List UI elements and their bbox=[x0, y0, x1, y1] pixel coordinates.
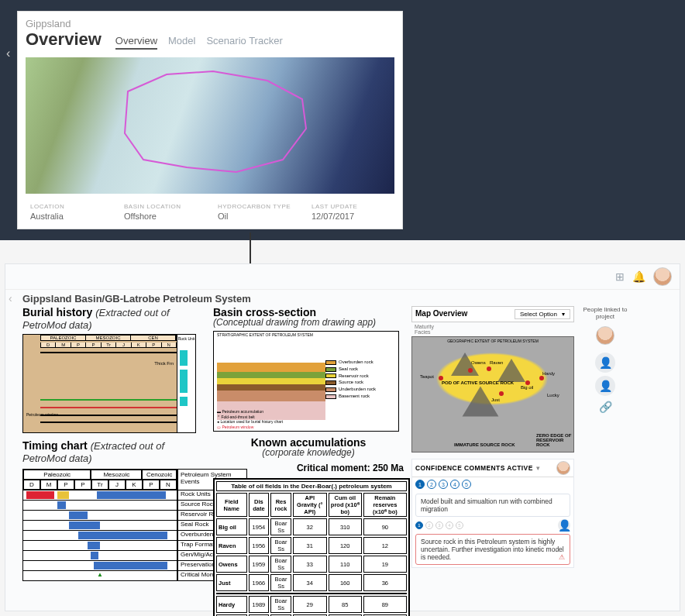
era: CEN bbox=[131, 336, 176, 340]
user-placeholder-icon[interactable]: 👤 bbox=[558, 519, 570, 532]
table-cell: 160 bbox=[329, 574, 362, 591]
era: PALEOZOIC bbox=[41, 336, 86, 340]
meta-label: Basin location bbox=[124, 203, 202, 210]
pod-label: POD OF ACTIVE SOURCE ROCK bbox=[442, 380, 514, 385]
era-scale: PALEOZOIC MESOZOIC CEN bbox=[40, 335, 177, 341]
col-header: Dis date bbox=[249, 493, 270, 517]
confidence-dot[interactable]: 5 bbox=[456, 521, 463, 529]
basin-map[interactable] bbox=[26, 57, 394, 194]
chevron-down-icon[interactable]: ▾ bbox=[536, 464, 540, 472]
field-label: Hardy bbox=[542, 371, 555, 376]
col-header: Remain reserves (x10⁶ bo) bbox=[363, 493, 407, 517]
confidence-dot[interactable]: 5 bbox=[462, 480, 471, 489]
meta-label: Last update bbox=[312, 203, 390, 210]
known-acc-sub: (corporate knowledge) bbox=[213, 447, 404, 458]
table-cell: 310 bbox=[329, 518, 362, 535]
tab-overview[interactable]: Overview bbox=[115, 33, 157, 50]
period: Tr bbox=[102, 342, 116, 347]
map-overview-canvas[interactable]: GEOGRAPHIC EXTENT OF PETROLEUM SYSTEM Te… bbox=[411, 336, 574, 453]
cross-section-diagram[interactable]: STRATIGRAPHIC EXTENT OF PETROLEUM SYSTEM… bbox=[213, 331, 399, 432]
table-cell: 12 bbox=[363, 537, 407, 554]
table-row: Big oil1954Boar Ss3231090 bbox=[216, 518, 407, 535]
table-cell: 1959 bbox=[249, 556, 270, 573]
table-row: Hardy1989Boar Ss298589 bbox=[216, 596, 407, 613]
tab-bar: Overview Model Scenario Tracker bbox=[115, 33, 283, 50]
avatar[interactable] bbox=[653, 267, 672, 286]
user-placeholder-icon[interactable]: 👤 bbox=[595, 376, 615, 396]
chevron-left-icon[interactable]: ‹ bbox=[9, 292, 12, 305]
confidence-dot[interactable]: 2 bbox=[427, 480, 436, 489]
link-icon[interactable]: 🔗 bbox=[580, 401, 630, 413]
warning-icon: ⚠ bbox=[559, 553, 565, 561]
cs-legend: Overburden rock Seal rock Reservoir rock… bbox=[325, 360, 397, 401]
confidence-dot[interactable]: 2 bbox=[425, 521, 433, 529]
people-panel: People linked to project 👤 👤 🔗 bbox=[580, 306, 630, 616]
period: D bbox=[41, 342, 56, 347]
field-label: Teapot bbox=[420, 374, 434, 379]
avatar[interactable] bbox=[596, 326, 614, 345]
table-cell: 110 bbox=[329, 556, 362, 573]
confidence-dot[interactable]: 4 bbox=[446, 521, 453, 529]
legend-label: Reservoir rock bbox=[339, 373, 369, 380]
tab-model[interactable]: Model bbox=[168, 33, 195, 50]
line-legend: Fold-and-thrust belt bbox=[221, 415, 254, 419]
select-text: Select Option bbox=[520, 311, 557, 318]
table-cell: 31 bbox=[293, 537, 327, 554]
heading-text: Timing chart bbox=[22, 439, 88, 452]
breadcrumb: Gippsland bbox=[18, 12, 402, 29]
confidence-dot[interactable]: 3 bbox=[439, 480, 448, 489]
table-cell: 85 bbox=[329, 596, 362, 613]
col-header: Res rock bbox=[270, 493, 291, 517]
period: P bbox=[86, 342, 101, 347]
burial-history-chart[interactable]: PALEOZOIC MESOZOIC CEN D M P P Tr J K P … bbox=[22, 334, 196, 433]
period: P bbox=[74, 480, 91, 490]
col-header: Cum oil prod (x10⁶ bo) bbox=[329, 493, 362, 517]
line-legend: Location used for burial history chart bbox=[220, 419, 283, 424]
confidence-dot[interactable]: 3 bbox=[435, 521, 443, 529]
field-label: Raven bbox=[490, 360, 503, 365]
comment-text: Source rock in this Petroleum system is … bbox=[421, 538, 564, 561]
comment-warning: Source rock in this Petroleum system is … bbox=[415, 534, 570, 565]
table-cell: Boar Ss bbox=[270, 537, 291, 554]
period: K bbox=[126, 480, 143, 490]
legend-label: Seal rock bbox=[339, 367, 358, 373]
meta-label: LOCATION bbox=[30, 203, 108, 210]
period: J bbox=[116, 342, 131, 347]
table-cell: Big oil bbox=[216, 518, 247, 535]
meta-value: Australia bbox=[30, 212, 108, 221]
filter-label[interactable]: Facies bbox=[415, 329, 431, 335]
table-cell: 89 bbox=[363, 596, 407, 613]
table-cell: Boar Ss bbox=[270, 574, 291, 591]
period: N bbox=[162, 342, 176, 347]
table-cell: Boar Ss bbox=[270, 556, 291, 573]
period: Tr bbox=[91, 480, 108, 490]
confidence-dot[interactable]: 4 bbox=[450, 480, 460, 489]
era: Paleozoic bbox=[23, 470, 91, 480]
user-placeholder-icon[interactable]: 👤 bbox=[595, 353, 615, 373]
era: MESOZOIC bbox=[86, 336, 131, 340]
table-header-row: Field Name Dis date Res rock API Gravity… bbox=[216, 493, 407, 517]
comment: Model built and simualtion run with comb… bbox=[415, 494, 570, 517]
map-select[interactable]: Select Option▾ bbox=[515, 309, 570, 319]
confidence-dot[interactable]: 1 bbox=[415, 480, 425, 489]
chevron-left-icon[interactable]: ‹ bbox=[6, 46, 17, 67]
meta-value: Oil bbox=[218, 212, 296, 221]
avatar[interactable] bbox=[556, 461, 570, 475]
filter-label[interactable]: Maturity bbox=[415, 324, 434, 329]
bell-icon[interactable]: 🔔 bbox=[632, 270, 645, 283]
detail-panel: ⊞ 🔔 ‹ Gippsland Basin/GB-Latrobe Petrole… bbox=[5, 263, 680, 611]
legend-label: Underburden rock bbox=[339, 387, 376, 393]
table-cell: 120 bbox=[329, 537, 362, 554]
table-row: Owens1959Boar Ss3311019 bbox=[216, 556, 407, 573]
confidence-dot[interactable]: 1 bbox=[415, 521, 423, 529]
chevron-down-icon: ▾ bbox=[562, 311, 565, 318]
period: P bbox=[57, 480, 74, 490]
tab-scenario-tracker[interactable]: Scenario Tracker bbox=[206, 33, 282, 50]
legend-label: Source rock bbox=[339, 380, 363, 386]
table-cell: 29 bbox=[293, 596, 327, 613]
col-header: Field Name bbox=[216, 493, 247, 517]
grid-icon[interactable]: ⊞ bbox=[615, 270, 625, 283]
table-cell: 1966 bbox=[249, 574, 270, 591]
table-cell: Just bbox=[216, 574, 247, 591]
map-filters: Maturity Facies bbox=[411, 322, 574, 336]
